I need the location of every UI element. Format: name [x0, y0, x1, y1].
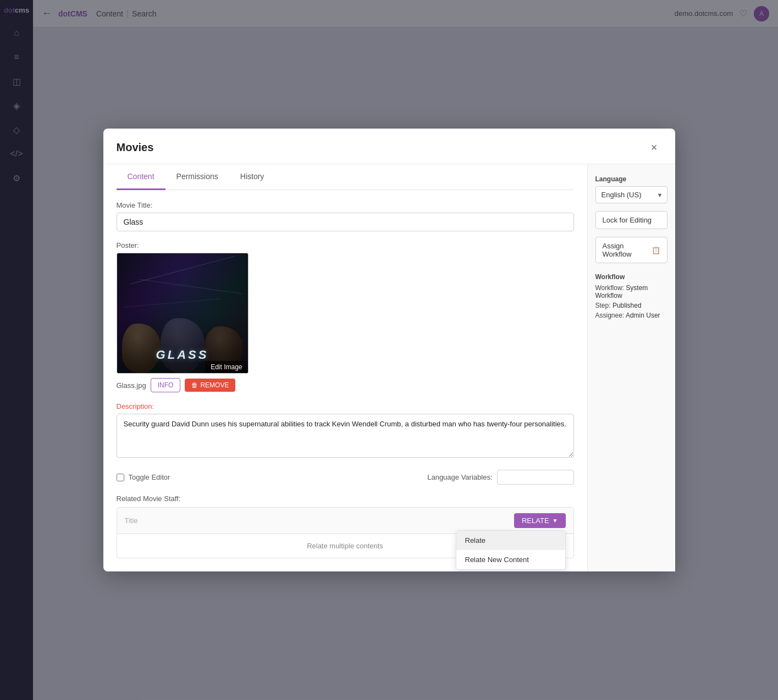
- lock-for-editing-button[interactable]: Lock for Editing: [595, 211, 667, 229]
- workflow-step-value: Published: [613, 302, 642, 309]
- relate-dropdown: Relate Relate New Content: [456, 530, 566, 570]
- workflow-step-row: Step: Published: [595, 302, 667, 309]
- tab-bar: Content Permissions History: [117, 164, 574, 190]
- toggle-editor-checkbox[interactable]: [117, 474, 124, 481]
- description-label: Description:: [117, 402, 574, 410]
- modal-left-panel: Content Permissions History Movie Title:…: [103, 164, 587, 571]
- info-button[interactable]: INFO: [151, 378, 181, 392]
- toggle-editor-label: Toggle Editor: [129, 473, 170, 481]
- language-select[interactable]: English (US): [595, 186, 667, 203]
- poster-label: Poster:: [117, 241, 574, 249]
- clipboard-icon: 📋: [652, 246, 660, 254]
- dropdown-item-relate[interactable]: Relate: [456, 531, 565, 550]
- modal-right-panel: Language English (US) ▼ Lock for Editing…: [587, 164, 675, 571]
- workflow-label: Workflow: [595, 273, 667, 281]
- file-name: Glass.jpg: [117, 381, 146, 390]
- movie-title-label: Movie Title:: [117, 201, 574, 209]
- toggle-row: Toggle Editor Language Variables:: [117, 470, 574, 485]
- movie-poster: GLASS: [117, 253, 248, 373]
- workflow-details: Workflow: System Workflow Step: Publishe…: [595, 284, 667, 319]
- relate-button[interactable]: RELATE ▼: [514, 513, 566, 528]
- workflow-assignee-key: Assignee:: [595, 312, 625, 319]
- description-field: Description: Security guard David Dunn u…: [117, 402, 574, 460]
- assign-workflow-button[interactable]: Assign Workflow 📋: [595, 237, 667, 263]
- language-variables-wrap: Language Variables:: [427, 470, 573, 485]
- related-col-title: Title: [125, 516, 138, 525]
- workflow-name-key: Workflow:: [595, 284, 624, 292]
- language-section-label: Language: [595, 175, 667, 183]
- related-table: Title RELATE ▼ Relate Relate New Content: [117, 507, 574, 558]
- workflow-assignee-value: Admin User: [626, 312, 660, 319]
- modal-body: Content Permissions History Movie Title:…: [103, 164, 675, 571]
- poster-edit-overlay[interactable]: Edit Image: [205, 361, 247, 373]
- file-bar: Glass.jpg INFO 🗑 REMOVE: [117, 378, 574, 392]
- movie-title-field: Movie Title:: [117, 201, 574, 231]
- workflow-section: Workflow Workflow: System Workflow Step:…: [595, 273, 667, 319]
- modal-dialog: Movies × Content Permissions History Mov…: [103, 129, 675, 571]
- language-variables-input[interactable]: [497, 470, 574, 485]
- trash-icon: 🗑: [191, 381, 198, 389]
- tab-permissions[interactable]: Permissions: [165, 164, 229, 190]
- poster-image-container[interactable]: GLASS Edit Image: [117, 253, 249, 374]
- modal-title: Movies: [117, 141, 154, 154]
- dropdown-item-relate-new[interactable]: Relate New Content: [456, 550, 565, 569]
- workflow-name-row: Workflow: System Workflow: [595, 284, 667, 299]
- related-movie-staff-label: Related Movie Staff:: [117, 495, 574, 503]
- close-button[interactable]: ×: [647, 140, 662, 155]
- language-section: Language English (US) ▼: [595, 175, 667, 203]
- chevron-down-icon: ▼: [553, 518, 558, 524]
- modal-overlay: Movies × Content Permissions History Mov…: [0, 0, 778, 700]
- modal-header: Movies ×: [103, 129, 675, 164]
- related-section: Related Movie Staff: Title RELATE ▼: [117, 495, 574, 558]
- workflow-step-key: Step:: [595, 302, 611, 309]
- workflow-assignee-row: Assignee: Admin User: [595, 312, 667, 319]
- tab-content[interactable]: Content: [117, 164, 165, 190]
- remove-button[interactable]: 🗑 REMOVE: [185, 379, 235, 392]
- relate-btn-wrapper: RELATE ▼ Relate Relate New Content: [514, 513, 566, 528]
- toggle-editor-wrap: Toggle Editor: [117, 473, 170, 481]
- related-table-header: Title RELATE ▼ Relate Relate New Content: [117, 508, 573, 534]
- language-variables-label: Language Variables:: [427, 473, 492, 481]
- tab-history[interactable]: History: [229, 164, 275, 190]
- language-select-wrap: English (US) ▼: [595, 186, 667, 203]
- poster-title-text: GLASS: [156, 348, 209, 362]
- movie-title-input[interactable]: [117, 213, 574, 231]
- description-textarea[interactable]: Security guard David Dunn uses his super…: [117, 414, 574, 458]
- poster-field: Poster: GLASS: [117, 241, 574, 392]
